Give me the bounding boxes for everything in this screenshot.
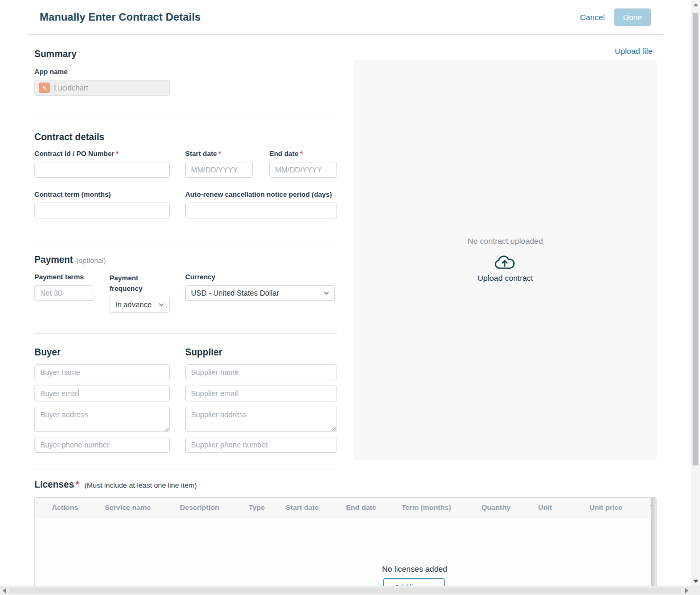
page-title: Manually Enter Contract Details (40, 11, 201, 23)
header-actions: Cancel Done (580, 8, 663, 26)
supplier-heading: Supplier (185, 347, 337, 358)
start-date-input[interactable] (185, 162, 253, 178)
supplier-email-input[interactable] (185, 386, 337, 401)
required-asterisk: * (116, 150, 119, 158)
column-header-term-months: Term (months) (402, 504, 451, 511)
contract-row-2: Contract term (months) Auto-renew cancel… (34, 190, 337, 218)
contract-id-group: Contract Id / PO Number* (34, 150, 170, 178)
end-date-label: End date* (269, 150, 337, 158)
autorenew-group: Auto-renew cancellation notice period (d… (185, 190, 337, 218)
app-name-value: Lucidchart (54, 84, 88, 92)
autorenew-label: Auto-renew cancellation notice period (d… (185, 190, 337, 199)
payment-terms-input[interactable] (34, 285, 94, 301)
column-header-type: Type (249, 504, 265, 511)
app-name-label: App name (34, 68, 337, 76)
upload-contract-label: Upload contract (354, 273, 657, 282)
cloud-upload-icon (494, 263, 516, 272)
horizontal-scrollbar[interactable] (0, 586, 691, 595)
column-header-actions: Actions (52, 504, 78, 511)
scroll-right-arrow-icon[interactable] (685, 588, 688, 593)
buyer-address-input[interactable] (34, 407, 170, 432)
contract-details-section: Contract details Contract Id / PO Number… (34, 132, 337, 242)
supplier-section: Supplier (185, 347, 337, 458)
vertical-scrollbar-thumb[interactable] (693, 13, 698, 465)
no-licenses-text: No licenses added (382, 564, 446, 573)
section-divider (34, 114, 337, 114)
payment-frequency-value: In advance (115, 300, 156, 309)
column-header-service-name: Service name (105, 504, 151, 511)
payment-terms-group: Payment terms (34, 273, 94, 313)
cancel-button[interactable]: Cancel (580, 13, 605, 22)
end-date-input[interactable] (269, 162, 337, 178)
app-name-field: Lucidchart (34, 80, 170, 96)
end-date-group: End date* (269, 150, 337, 178)
required-asterisk: * (300, 150, 303, 158)
supplier-address-input[interactable] (185, 407, 337, 432)
vertical-scrollbar[interactable] (691, 0, 700, 586)
buyer-email-input[interactable] (34, 386, 170, 401)
upload-contract-button[interactable]: Upload contract (354, 254, 657, 282)
licenses-header-row: ActionsService nameDescriptionTypeStart … (35, 498, 656, 518)
contract-term-label: Contract term (months) (34, 190, 170, 199)
scroll-down-arrow-icon[interactable] (693, 580, 698, 583)
summary-section: Summary App name Lucidchart (34, 49, 337, 114)
contract-row-1: Contract Id / PO Number* Start date* End… (34, 150, 337, 178)
contract-id-input[interactable] (34, 162, 170, 178)
no-contract-text: No contract uploaded (354, 236, 657, 245)
payment-row: Payment terms Payment frequency In advan… (34, 273, 337, 313)
supplier-name-input[interactable] (185, 364, 337, 380)
contract-term-group: Contract term (months) (34, 190, 170, 218)
chevron-down-icon (324, 291, 329, 295)
required-asterisk: * (76, 480, 79, 489)
payment-frequency-group: Payment frequency In advance (110, 273, 170, 313)
contract-term-input[interactable] (34, 203, 170, 218)
currency-label: Currency (185, 273, 335, 281)
scroll-up-arrow-icon[interactable] (693, 3, 698, 6)
contract-preview-column: Upload file No contract uploaded Upload … (354, 47, 657, 460)
start-date-label: Start date* (185, 150, 253, 158)
column-header-quantity: Quantity (481, 504, 511, 511)
licenses-section: Licenses* (Must include at least one lin… (34, 479, 657, 595)
contract-details-heading: Contract details (34, 132, 337, 143)
manually-enter-contract-page: Manually Enter Contract Details Cancel D… (0, 0, 700, 595)
done-button[interactable]: Done (614, 8, 651, 26)
licenses-heading-row: Licenses* (Must include at least one lin… (34, 479, 657, 490)
payment-terms-label: Payment terms (34, 273, 94, 281)
currency-group: Currency USD - United States Dollar (185, 273, 335, 313)
payment-frequency-select[interactable]: In advance (110, 297, 170, 313)
column-header-start-date: Start date (286, 504, 319, 511)
licenses-heading: Licenses (34, 479, 74, 490)
form-column: Summary App name Lucidchart Contract det… (34, 42, 337, 470)
upload-file-link[interactable]: Upload file (354, 47, 657, 56)
buyer-heading: Buyer (34, 347, 170, 358)
lucidchart-icon (39, 83, 50, 93)
scrollbar-corner (691, 586, 700, 595)
column-header-end-date: End date (346, 504, 376, 511)
section-divider (34, 242, 337, 242)
start-date-group: Start date* (185, 150, 253, 178)
horizontal-scrollbar-thumb[interactable] (9, 588, 681, 593)
required-asterisk: * (219, 150, 221, 158)
scroll-left-arrow-icon[interactable] (3, 588, 6, 593)
payment-section: Payment(optional) Payment terms Payment … (34, 254, 337, 334)
table-scrollbar[interactable] (651, 498, 656, 595)
payment-frequency-label: Payment frequency (110, 273, 170, 294)
currency-value: USD - United States Dollar (191, 289, 321, 297)
section-divider (34, 470, 337, 470)
licenses-table: ActionsService nameDescriptionTypeStart … (34, 497, 657, 595)
buyer-section: Buyer (34, 347, 170, 458)
contract-id-label: Contract Id / PO Number* (34, 150, 170, 158)
currency-select[interactable]: USD - United States Dollar (185, 285, 335, 301)
autorenew-input[interactable] (185, 203, 337, 218)
licenses-note: (Must include at least one line item) (85, 481, 197, 489)
contract-preview-panel: No contract uploaded Upload contract (354, 60, 657, 460)
column-header-unit-price: Unit price (589, 504, 622, 511)
payment-heading: Payment(optional) (34, 254, 337, 266)
buyer-phone-input[interactable] (34, 437, 170, 453)
buyer-name-input[interactable] (34, 364, 170, 380)
supplier-phone-input[interactable] (185, 437, 337, 453)
buyer-supplier-row: Buyer Supplier (34, 347, 337, 458)
chevron-down-icon (159, 303, 164, 306)
column-header-description: Description (180, 504, 219, 511)
summary-heading: Summary (34, 49, 337, 60)
